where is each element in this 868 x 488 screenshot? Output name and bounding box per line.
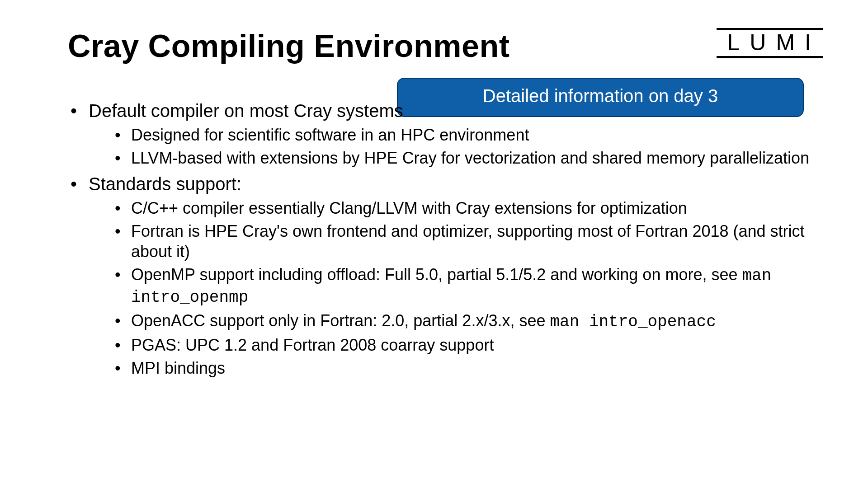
bullet-level2: LLVM-based with extensions by HPE Cray f… bbox=[113, 148, 814, 168]
bullet-level2: Fortran is HPE Cray's own frontend and o… bbox=[113, 221, 814, 262]
bullet-text: OpenACC support only in Fortran: 2.0, pa… bbox=[131, 311, 550, 330]
slide-body: Default compiler on most Cray systems De… bbox=[68, 99, 814, 383]
slide-title: Cray Compiling Environment bbox=[68, 28, 510, 64]
bullet-text: Designed for scientific software in an H… bbox=[131, 126, 529, 144]
bullet-text: Default compiler on most Cray systems bbox=[89, 101, 403, 121]
bullet-level1: Standards support: C/C++ compiler essent… bbox=[68, 173, 814, 378]
bullet-text: OpenMP support including offload: Full 5… bbox=[131, 265, 742, 284]
bullet-text: Fortran is HPE Cray's own frontend and o… bbox=[131, 222, 805, 261]
bullet-level2: MPI bindings bbox=[113, 358, 814, 378]
bullet-level2: OpenACC support only in Fortran: 2.0, pa… bbox=[113, 310, 814, 332]
bullet-text: MPI bindings bbox=[131, 359, 225, 377]
lumi-logo: LUMI bbox=[717, 28, 823, 58]
bullet-level2: OpenMP support including offload: Full 5… bbox=[113, 264, 814, 308]
bullet-text: LLVM-based with extensions by HPE Cray f… bbox=[131, 149, 809, 167]
bullet-text: PGAS: UPC 1.2 and Fortran 2008 coarray s… bbox=[131, 336, 494, 354]
bullet-level2: C/C++ compiler essentially Clang/LLVM wi… bbox=[113, 198, 814, 218]
code-text: man intro_openacc bbox=[550, 313, 716, 331]
bullet-level2: Designed for scientific software in an H… bbox=[113, 125, 814, 145]
bullet-level2: PGAS: UPC 1.2 and Fortran 2008 coarray s… bbox=[113, 335, 814, 355]
slide: Cray Compiling Environment LUMI Detailed… bbox=[0, 0, 868, 488]
bullet-level1: Default compiler on most Cray systems De… bbox=[68, 99, 814, 168]
bullet-text: C/C++ compiler essentially Clang/LLVM wi… bbox=[131, 199, 687, 217]
bullet-text: Standards support: bbox=[89, 174, 241, 194]
